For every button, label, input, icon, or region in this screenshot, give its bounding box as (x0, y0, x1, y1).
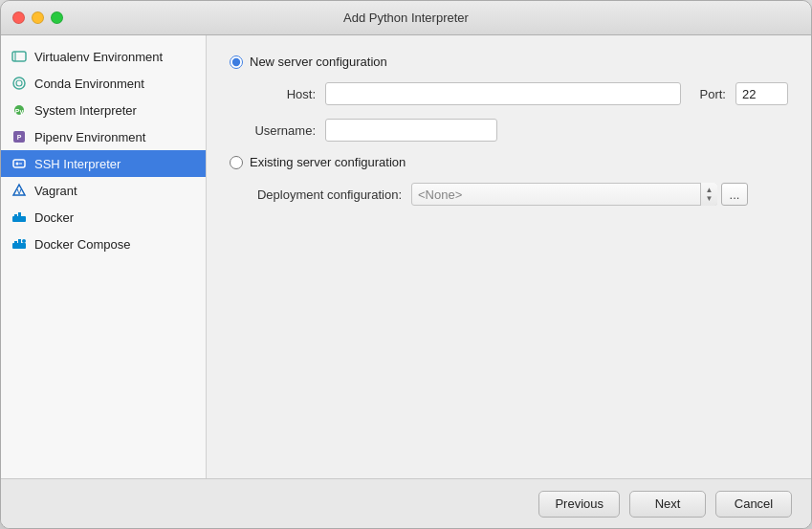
vagrant-icon: V (11, 182, 28, 199)
new-server-label: New server configuration (250, 55, 387, 69)
minimize-button[interactable] (32, 11, 44, 24)
host-label: Host: (249, 87, 316, 101)
username-label: Username: (249, 123, 316, 138)
existing-server-label: Existing server configuration (250, 155, 406, 169)
host-input[interactable] (325, 82, 681, 105)
docker-icon (11, 209, 28, 226)
cancel-button[interactable]: Cancel (715, 491, 792, 518)
username-input[interactable] (325, 119, 497, 142)
existing-server-radio-row: Existing server configuration (230, 155, 788, 169)
deployment-select[interactable]: <None> (411, 183, 717, 206)
pipenv-icon: P (11, 128, 28, 145)
username-row: Username: (230, 119, 788, 142)
sidebar-item-virtualenv[interactable]: Virtualenv Environment (1, 43, 206, 70)
window-title: Add Python Interpreter (343, 11, 469, 25)
ssh-icon (11, 155, 28, 172)
next-button[interactable]: Next (629, 491, 706, 518)
titlebar: Add Python Interpreter (1, 1, 811, 35)
content-area: Virtualenv Environment Conda Environment… (1, 35, 811, 478)
sidebar-item-pipenv[interactable]: P Pipenv Environment (1, 123, 206, 150)
svg-rect-19 (18, 241, 21, 243)
deployment-row: Deployment configuration: <None> ▲ ▼ ... (230, 183, 788, 206)
sidebar-label-virtualenv: Virtualenv Environment (34, 50, 163, 64)
port-input[interactable] (735, 82, 788, 105)
svg-text:P: P (17, 134, 22, 141)
window-controls (12, 11, 63, 24)
sidebar-label-system: System Interpreter (34, 103, 137, 118)
close-button[interactable] (12, 11, 25, 24)
sidebar-item-dockercompose[interactable]: Docker Compose (1, 231, 206, 257)
deployment-select-wrapper: <None> ▲ ▼ ... (411, 183, 748, 206)
dockercompose-icon (11, 235, 28, 253)
sidebar-item-vagrant[interactable]: V Vagrant (1, 177, 206, 204)
sidebar-item-ssh[interactable]: SSH Interpreter (1, 150, 206, 177)
deployment-label: Deployment configuration: (249, 187, 402, 202)
port-label: Port: (700, 87, 726, 101)
svg-text:V: V (17, 188, 22, 195)
dialog-window: Add Python Interpreter Virtualenv Enviro… (0, 0, 812, 529)
host-row: Host: Port: (230, 82, 788, 105)
system-icon: Py (11, 101, 28, 119)
main-panel: New server configuration Host: Port: Use… (207, 35, 811, 478)
svg-rect-20 (18, 239, 21, 241)
svg-text:Py: Py (15, 108, 24, 116)
svg-point-2 (13, 77, 25, 89)
footer: Previous Next Cancel (1, 478, 811, 528)
svg-rect-14 (14, 214, 17, 216)
sidebar: Virtualenv Environment Conda Environment… (1, 35, 207, 478)
sidebar-item-conda[interactable]: Conda Environment (1, 70, 206, 97)
svg-rect-15 (18, 214, 21, 216)
sidebar-label-dockercompose: Docker Compose (34, 237, 130, 252)
sidebar-item-system[interactable]: Py System Interpreter (1, 97, 206, 123)
existing-server-radio[interactable] (230, 156, 243, 169)
svg-point-21 (22, 239, 26, 243)
svg-rect-0 (12, 52, 26, 61)
sidebar-label-docker: Docker (34, 210, 74, 225)
svg-rect-17 (12, 243, 26, 249)
svg-point-3 (16, 80, 22, 86)
new-server-radio[interactable] (230, 55, 243, 69)
sidebar-label-pipenv: Pipenv Environment (34, 130, 145, 144)
deployment-select-container: <None> ▲ ▼ (411, 183, 717, 206)
svg-rect-18 (14, 241, 17, 243)
sidebar-item-docker[interactable]: Docker (1, 204, 206, 231)
sidebar-label-vagrant: Vagrant (34, 184, 77, 198)
new-server-radio-row: New server configuration (230, 55, 788, 69)
maximize-button[interactable] (51, 11, 63, 24)
svg-rect-16 (18, 212, 21, 214)
virtualenv-icon (11, 48, 28, 65)
deployment-browse-button[interactable]: ... (721, 183, 748, 206)
previous-button[interactable]: Previous (538, 491, 620, 518)
form-section: New server configuration Host: Port: Use… (230, 55, 788, 206)
svg-rect-13 (12, 216, 26, 222)
sidebar-label-conda: Conda Environment (34, 77, 144, 91)
svg-point-9 (16, 163, 19, 165)
sidebar-label-ssh: SSH Interpreter (34, 157, 121, 171)
conda-icon (11, 75, 28, 92)
